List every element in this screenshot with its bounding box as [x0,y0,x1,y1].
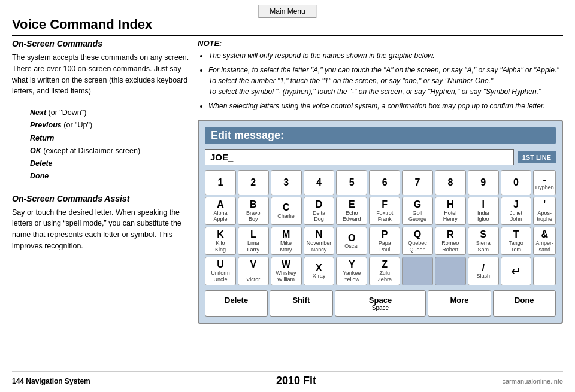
key-slash[interactable]: /Slash [468,257,499,285]
number-row: 1 2 3 4 5 6 7 8 9 0 - Hyphen [205,170,556,195]
note-list: The system will only respond to the name… [208,50,563,111]
key-i[interactable]: IIndiaIgloo [468,197,499,225]
key-1[interactable]: 1 [205,170,236,195]
key-z[interactable]: ZZuluZebra [369,257,400,285]
footer-model: 2010 Fit [276,375,316,387]
cmd-done: Done [30,170,192,183]
keyboard: 1 2 3 4 5 6 7 8 9 0 - Hyphen AAlphaApple… [205,170,556,287]
edit-box-title: Edit message: [205,127,556,144]
delete-button[interactable]: Delete [205,290,268,317]
key-enter[interactable]: ↵ [501,257,532,285]
cmd-next: Next (or "Down") [30,107,192,119]
key-w[interactable]: WWhiskeyWilliam [271,257,302,285]
cmd-return: Return [30,132,192,145]
edit-message-box: Edit message: JOE_ 1ST LINE 1 2 3 4 5 6 … [198,120,563,324]
section2-body: Say or touch the desired letter. When sp… [12,207,192,252]
key-n[interactable]: NNovemberNancy [304,227,335,255]
key-g[interactable]: GGolfGeorge [402,197,433,225]
key-o[interactable]: OOscar [336,227,367,255]
key-6[interactable]: 6 [369,170,400,195]
cmd-ok: OK (except at Disclaimer screen) [30,145,192,157]
key-2[interactable]: 2 [238,170,269,195]
key-blank-1 [402,257,433,285]
more-button[interactable]: More [428,290,491,317]
key-p[interactable]: PPapaPaul [369,227,400,255]
note-item-2: For instance, to select the letter "A," … [208,65,563,97]
key-x[interactable]: XX-ray [304,257,335,285]
key-j[interactable]: JJulietJohn [501,197,532,225]
footer-page-number: 144 Navigation System [12,377,90,385]
main-menu-label: Main Menu [270,7,305,16]
key-apostrophe[interactable]: ' Apos-trophe [533,197,556,225]
key-8[interactable]: 8 [435,170,466,195]
line-indicator: 1ST LINE [518,151,556,163]
key-d[interactable]: DDeltaDog [304,197,335,225]
key-l[interactable]: LLimaLarry [238,227,269,255]
key-blank-2 [435,257,466,285]
shift-button[interactable]: Shift [270,290,332,317]
page-title: Voice Command Index [12,17,563,36]
key-t[interactable]: TTangoTom [501,227,532,255]
action-row: Delete Shift SpaceSpace More Done [205,290,556,317]
key-e[interactable]: EEchoEdward [336,197,367,225]
row-u-z: UUniformUncle VVictor WWhiskeyWilliam XX… [205,257,556,285]
key-b[interactable]: BBravoBoy [238,197,269,225]
key-4[interactable]: 4 [304,170,335,195]
key-blank-3 [533,257,556,285]
note-label: NOTE: [198,39,563,48]
key-hyphen[interactable]: - Hyphen [533,170,556,195]
cmd-previous: Previous (or "Up") [30,119,192,132]
page-header: Voice Command Index [12,17,563,36]
main-menu-button[interactable]: Main Menu [258,5,316,18]
section1-body: The system accepts these commands on any… [12,52,192,97]
key-r[interactable]: RRomeoRobert [435,227,466,255]
note-item-3: When selecting letters using the voice c… [208,101,563,111]
row-a-j: AAlphaApple BBravoBoy CCharlie DDeltaDog… [205,197,556,225]
section2-title: On-Screen Commands Assist [12,194,192,203]
note-item-1: The system will only respond to the name… [208,50,563,61]
section1-title: On-Screen Commands [12,39,192,48]
key-y[interactable]: YYankeeYellow [336,257,367,285]
key-s[interactable]: SSierraSam [468,227,499,255]
done-button[interactable]: Done [493,290,556,317]
key-c[interactable]: CCharlie [271,197,302,225]
key-v[interactable]: VVictor [238,257,269,285]
cmd-delete: Delete [30,157,192,170]
key-q[interactable]: QQuebecQueen [402,227,433,255]
key-m[interactable]: MMikeMary [271,227,302,255]
footer-website: carmanualonline.info [502,378,563,385]
input-row: JOE_ 1ST LINE [205,149,556,165]
input-field[interactable]: JOE_ [205,149,514,165]
row-k-t: KKiloKing LLimaLarry MMikeMary NNovember… [205,227,556,255]
footer: 144 Navigation System 2010 Fit carmanual… [12,371,563,387]
key-9[interactable]: 9 [468,170,499,195]
right-column: NOTE: The system will only respond to th… [198,39,563,116]
key-f[interactable]: FFoxtrotFrank [369,197,400,225]
key-h[interactable]: HHotelHenry [435,197,466,225]
space-button[interactable]: SpaceSpace [335,290,426,317]
key-3[interactable]: 3 [271,170,302,195]
key-5[interactable]: 5 [336,170,367,195]
key-0[interactable]: 0 [501,170,532,195]
key-ampersand[interactable]: & Amper-sand [533,227,556,255]
left-column: On-Screen Commands The system accepts th… [12,39,192,262]
key-a[interactable]: AAlphaApple [205,197,236,225]
key-k[interactable]: KKiloKing [205,227,236,255]
key-7[interactable]: 7 [402,170,433,195]
command-list: Next (or "Down") Previous (or "Up") Retu… [30,107,192,183]
key-u[interactable]: UUniformUncle [205,257,236,285]
